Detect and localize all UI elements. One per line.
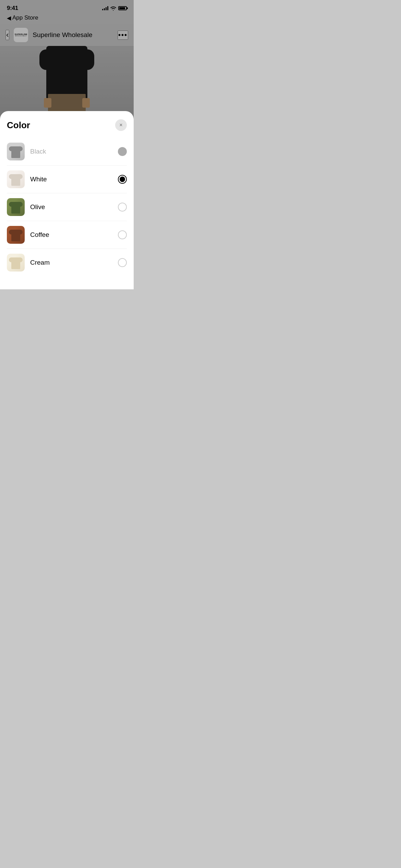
color-option-olive[interactable]: Olive: [7, 193, 127, 221]
color-name-coffee: Coffee: [30, 231, 118, 239]
color-radio-coffee: [118, 230, 127, 239]
color-thumbnail-black: [7, 143, 25, 160]
color-modal: Color × Black White: [0, 111, 134, 289]
color-option-white[interactable]: White: [7, 166, 127, 193]
modal-close-button[interactable]: ×: [115, 119, 127, 131]
color-radio-olive: [118, 203, 127, 212]
modal-title: Color: [7, 120, 30, 131]
color-thumbnail-coffee: [7, 226, 25, 244]
color-thumbnail-cream: [7, 254, 25, 272]
color-radio-black: [118, 147, 127, 156]
color-name-cream: Cream: [30, 259, 118, 266]
color-radio-cream: [118, 258, 127, 267]
color-radio-white: [118, 175, 127, 184]
color-name-white: White: [30, 176, 118, 183]
color-option-cream[interactable]: Cream: [7, 249, 127, 276]
color-option-black[interactable]: Black: [7, 138, 127, 166]
color-option-coffee[interactable]: Coffee: [7, 221, 127, 249]
modal-overlay[interactable]: Color × Black White: [0, 0, 134, 289]
color-name-black: Black: [30, 148, 118, 155]
color-thumbnail-olive: [7, 198, 25, 216]
modal-header: Color ×: [7, 119, 127, 131]
color-thumbnail-white: [7, 170, 25, 188]
color-name-olive: Olive: [30, 203, 118, 211]
